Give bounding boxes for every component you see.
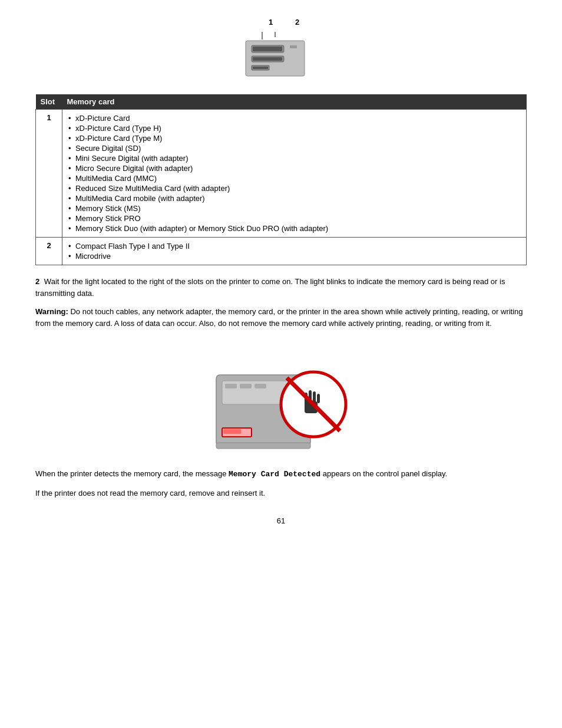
svg-rect-16 <box>223 429 241 434</box>
svg-rect-12 <box>225 384 237 388</box>
col-header-slot: Slot <box>36 94 62 110</box>
list-item: Reduced Size MultiMedia Card (with adapt… <box>67 183 521 193</box>
step-2-number: 2 <box>35 277 39 286</box>
warning-image-area <box>35 340 527 457</box>
step-2-content: Wait for the light located to the right … <box>35 277 505 298</box>
warning-label: Warning: <box>35 307 68 316</box>
col-header-memory: Memory card <box>62 94 527 110</box>
label-2: 2 <box>295 18 299 27</box>
label-1: 1 <box>269 18 273 27</box>
svg-rect-8 <box>253 67 268 69</box>
card-reader-svg <box>240 29 322 82</box>
list-item: MultiMedia Card mobile (with adapter) <box>67 193 521 203</box>
table-slot-2: 2 <box>36 238 62 265</box>
list-item: Micro Secure Digital (with adapter) <box>67 163 521 173</box>
list-item: xD-Picture Card <box>67 113 521 123</box>
memory-card-table: Slot Memory card 1xD-Picture CardxD-Pict… <box>35 94 527 265</box>
list-item: Mini Secure Digital (with adapter) <box>67 153 521 163</box>
list-item: MultiMedia Card (MMC) <box>67 173 521 183</box>
list-item: Secure Digital (SD) <box>67 143 521 153</box>
svg-rect-9 <box>290 45 297 48</box>
list-item: xD-Picture Card (Type M) <box>67 133 521 143</box>
body-text-1: When the printer detects the memory card… <box>35 468 527 480</box>
table-items-2: Compact Flash Type I and Type IIMicrodri… <box>62 238 527 265</box>
body-text-2: If the printer does not read the memory … <box>35 487 527 499</box>
list-item: Memory Stick (MS) <box>67 203 521 213</box>
svg-rect-17 <box>216 443 310 449</box>
svg-rect-14 <box>254 384 266 388</box>
svg-rect-13 <box>240 384 252 388</box>
list-item: xD-Picture Card (Type H) <box>67 123 521 133</box>
svg-rect-4 <box>253 47 282 51</box>
card-reader-diagram: 1 2 <box>35 18 527 83</box>
list-item: Memory Stick Duo (with adapter) or Memor… <box>67 223 521 233</box>
list-item: Microdrive <box>67 251 521 261</box>
warning-paragraph: Warning: Do not touch cables, any networ… <box>35 306 527 329</box>
list-item: Memory Stick PRO <box>67 213 521 223</box>
table-items-1: xD-Picture CardxD-Picture Card (Type H)x… <box>62 110 527 238</box>
body1-before: When the printer detects the memory card… <box>35 469 229 478</box>
body1-after: appears on the control panel display. <box>320 469 447 478</box>
table-slot-1: 1 <box>36 110 62 238</box>
body1-monospace: Memory Card Detected <box>229 470 320 479</box>
svg-rect-23 <box>317 394 320 403</box>
list-item: Compact Flash Type I and Type II <box>67 241 521 251</box>
step-2-text: 2 Wait for the light located to the righ… <box>35 276 527 299</box>
warning-image <box>210 340 352 457</box>
warning-text: Do not touch cables, any network adapter… <box>35 307 523 328</box>
page-number: 61 <box>35 516 527 525</box>
svg-rect-6 <box>253 57 282 61</box>
